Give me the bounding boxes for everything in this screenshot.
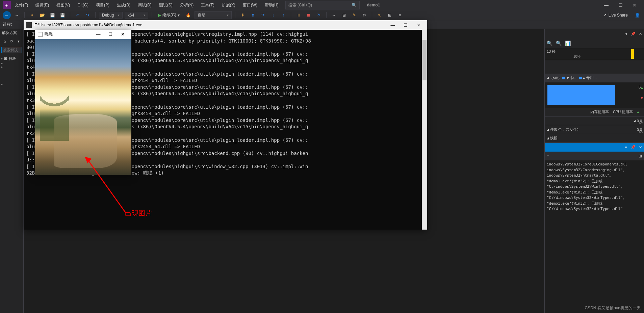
console-minimize-icon[interactable]: — — [387, 21, 399, 29]
minimize-icon[interactable]: — — [599, 0, 613, 10]
forward-icon[interactable]: → — [13, 11, 21, 19]
tool-2-icon[interactable]: ⬆ — [249, 11, 257, 19]
back-icon[interactable]: ← — [3, 11, 11, 19]
step-into-icon[interactable]: ↓ — [269, 11, 277, 19]
auto-dropdown[interactable]: 自动 — [195, 11, 232, 19]
menu-tools[interactable]: 工具(T) — [198, 1, 217, 9]
menu-file[interactable]: 文件(F) — [11, 1, 31, 9]
output-tool-icon[interactable]: ⊞ — [639, 154, 642, 158]
image-close-icon[interactable]: ✕ — [117, 30, 129, 39]
session-time: 13 秒 — [547, 49, 556, 53]
tool-c-icon[interactable]: ✎ — [350, 11, 358, 19]
search-box[interactable]: 搜索 (Ctrl+Q) 🔍 — [285, 1, 360, 9]
output-tabs[interactable]: ▾ 📌 ✕ — [545, 143, 644, 152]
watermark: CSDN @又是被bug折磨的一天 — [585, 305, 641, 311]
tool-d-icon[interactable]: ⚙ — [360, 11, 368, 19]
tree-row[interactable] — [1, 65, 22, 69]
project-name: demo1 — [367, 3, 380, 7]
cursor-icon[interactable]: ↖ — [376, 11, 384, 19]
console-title: E:\Users\13287\source\repos\demo1\x64\De… — [34, 23, 143, 27]
solution-node[interactable]: ⊞ 解决 — [1, 56, 22, 61]
more-icon[interactable]: ▾ — [16, 38, 21, 44]
annotation-text: 出现图片 — [125, 209, 152, 218]
dropdown-icon[interactable]: ▾ — [625, 32, 627, 36]
search-icon: 🔍 — [352, 3, 357, 7]
menu-project[interactable]: 项目(P) — [93, 1, 113, 9]
console-title-bar[interactable]: E:\Users\13287\source\repos\demo1\x64\De… — [24, 20, 427, 30]
chart-icon[interactable]: 📊 — [565, 41, 571, 46]
menu-extensions[interactable]: 扩展(X) — [218, 1, 239, 9]
image-minimize-icon[interactable]: — — [92, 30, 104, 39]
undo-icon[interactable]: ↶ — [74, 11, 82, 19]
user-icon[interactable]: 👤 — [633, 11, 641, 19]
solution-search-input[interactable] — [1, 47, 22, 53]
image-title-bar[interactable]: 嘿嘿 — ☐ ✕ — [35, 30, 131, 39]
output-panel: ▾ 📌 ✕ ≡ ⊞ indows\System32\CoreUIComponen… — [545, 143, 644, 313]
pin-icon[interactable]: 📌 — [630, 145, 636, 150]
refresh-icon[interactable]: ↻ — [9, 38, 14, 44]
menu-test[interactable]: 测试(S) — [156, 1, 176, 9]
console-close-icon[interactable]: ✕ — [412, 21, 424, 29]
zoom-in-icon[interactable]: 🔍 — [547, 41, 552, 46]
live-share-button[interactable]: Live Share — [600, 13, 631, 18]
image-title: 嘿嘿 — [45, 31, 53, 37]
close-icon[interactable]: ✕ — [628, 0, 641, 10]
menu-build[interactable]: 生成(B) — [113, 1, 134, 9]
tool-b-icon[interactable]: ⊞ — [340, 11, 348, 19]
continue-button[interactable]: 继续(C) ▾ — [155, 11, 182, 19]
console-scrollbar[interactable] — [422, 30, 427, 230]
events-count-row[interactable]: 件(0 个，共 0 个) 0.0 K/s — [545, 125, 644, 134]
console-maximize-icon[interactable]: ☐ — [400, 21, 412, 29]
restart-icon[interactable]: ↻ — [315, 11, 323, 19]
vs-logo-icon: ◈ — [3, 1, 11, 9]
pause-icon[interactable]: ⏸ — [294, 11, 303, 19]
menu-debug[interactable]: 调试(D) — [134, 1, 155, 9]
legend-dedicated: ●专用... — [579, 75, 597, 80]
open-icon[interactable]: 📂 — [38, 11, 46, 19]
pin-icon[interactable]: 📌 — [631, 32, 636, 36]
image-app-icon — [38, 32, 43, 37]
close-panel-icon[interactable]: ✕ — [639, 32, 642, 36]
menu-analyze[interactable]: 分析(N) — [177, 1, 197, 9]
menu-help[interactable]: 帮助(H) — [261, 1, 282, 9]
new-icon[interactable]: ✦ — [28, 11, 36, 19]
menu-view[interactable]: 视图(V) — [53, 1, 73, 9]
panel-title: 解决方案 — [0, 29, 23, 37]
red-indicator: ● — [641, 95, 643, 100]
cpu-use-label[interactable]: CPU 使用率 — [613, 109, 633, 114]
tool-a-icon[interactable]: → — [330, 11, 338, 19]
memory-section-header[interactable]: (MB) ▼快.. ●专用... — [545, 74, 644, 82]
close-icon[interactable]: ✕ — [639, 145, 642, 150]
step-over-icon[interactable]: ↷ — [259, 11, 267, 19]
menu-git[interactable]: Git(G) — [74, 1, 92, 9]
output-tool-icon[interactable]: ≡ — [547, 154, 549, 158]
config-dropdown[interactable]: Debug — [99, 12, 123, 19]
hot-reload-icon[interactable]: 🔥 — [184, 11, 192, 19]
dropdown-icon[interactable]: ▾ — [625, 145, 627, 150]
align-icon[interactable]: ≡ — [396, 11, 404, 19]
timeline-cursor[interactable] — [631, 49, 634, 59]
redo-icon[interactable]: ↷ — [84, 11, 92, 19]
memory-chart: 6 ●● — [545, 82, 644, 108]
save-icon[interactable]: 💾 — [48, 11, 56, 19]
solution-icon: ⊞ — [4, 56, 7, 61]
mem-use-label[interactable]: 内存使用率 — [590, 109, 609, 114]
zoom-out-icon[interactable]: 🔍 — [556, 41, 562, 46]
layout-icon[interactable]: ⊞ — [386, 11, 394, 19]
events-row[interactable]: 0.0 K/s — [545, 116, 644, 125]
maximize-icon[interactable]: ☐ — [614, 0, 627, 10]
save-all-icon[interactable]: 💾 — [58, 11, 67, 19]
platform-dropdown[interactable]: x64 — [125, 12, 148, 19]
diagnostic-timeline[interactable]: 13 秒 10秒 — [545, 48, 644, 60]
stop-icon[interactable]: ⏹ — [305, 11, 313, 19]
snapshot-row[interactable]: 快照 — [545, 134, 644, 143]
tool-1-icon[interactable]: ⬇ — [239, 11, 247, 19]
image-maximize-icon[interactable]: ☐ — [104, 30, 117, 39]
home-icon[interactable]: ⌂ — [2, 38, 7, 44]
output-content[interactable]: indows\System32\CoreUIComponents.dll ind… — [545, 160, 644, 313]
menu-window[interactable]: 窗口(W) — [239, 1, 261, 9]
step-out-icon[interactable]: ↑ — [279, 11, 287, 19]
tree-row[interactable] — [1, 61, 22, 65]
tree-row[interactable] — [1, 82, 22, 86]
menu-edit[interactable]: 编辑(E) — [32, 1, 52, 9]
